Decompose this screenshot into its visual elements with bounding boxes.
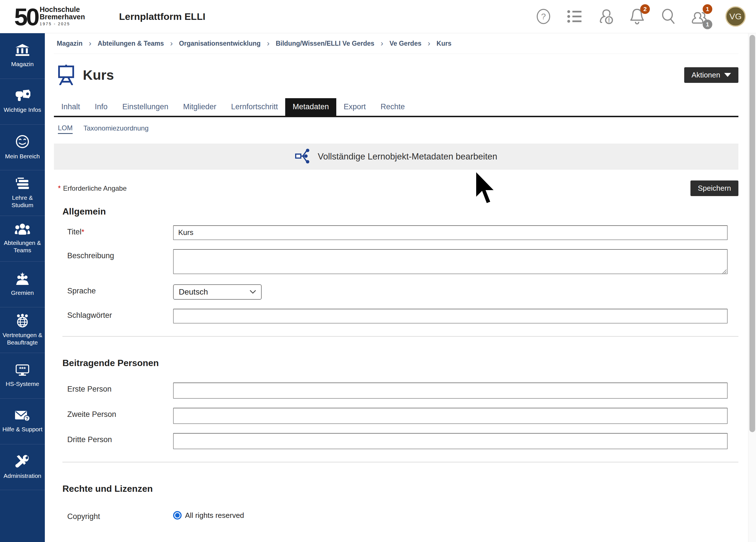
sidebar-item-administration[interactable]: Administration <box>0 444 45 490</box>
section-divider <box>62 336 738 337</box>
help-icon[interactable]: ? <box>535 8 552 25</box>
main-content: Magazin › Abteilungen & Teams › Organisa… <box>45 33 756 542</box>
contacts-badge-top: 1 <box>703 4 712 14</box>
speichern-button[interactable]: Speichern <box>690 180 738 196</box>
schlagwoerter-input[interactable] <box>173 309 728 323</box>
erste-person-input[interactable] <box>173 383 728 399</box>
tab-metadaten[interactable]: Metadaten <box>285 98 336 116</box>
sidebar-item-vertretungen[interactable]: Vertretungen & Beauftragte <box>0 307 45 353</box>
contacts-badge-bottom: 1 <box>703 20 712 29</box>
breadcrumb-item[interactable]: Kurs <box>436 40 451 47</box>
user-status-icon[interactable]: ! <box>598 8 614 25</box>
breadcrumb-separator: › <box>170 39 173 48</box>
zweite-person-label: Zweite Person <box>54 408 173 424</box>
logo-line1: Hochschule <box>40 6 85 13</box>
sidebar-item-label: Hilfe & Support <box>2 426 42 433</box>
tools-icon <box>15 455 30 469</box>
tab-einstellungen[interactable]: Einstellungen <box>115 98 176 116</box>
sidebar-item-label: Lehre & Studium <box>1 194 44 209</box>
breadcrumb-item[interactable]: Ve Gerdes <box>389 40 421 47</box>
breadcrumb-separator: › <box>89 39 91 48</box>
subtab-lom[interactable]: LOM <box>58 124 73 134</box>
schlagwoerter-label: Schlagwörter <box>54 309 173 323</box>
university-logo[interactable]: 50 Hochschule Bremerhaven 1975 - 2025 <box>14 6 85 28</box>
copyright-radio[interactable] <box>173 511 182 520</box>
zweite-person-input[interactable] <box>173 408 728 424</box>
sidebar-item-hs-systeme[interactable]: *** HS-Systeme <box>0 353 45 399</box>
tab-bar: Inhalt Info Einstellungen Mitglieder Ler… <box>54 98 738 117</box>
sprache-select[interactable]: Deutsch <box>173 284 262 300</box>
required-asterisk: * <box>81 228 84 236</box>
breadcrumb-item[interactable]: Magazin <box>57 40 83 47</box>
tab-lernfortschritt[interactable]: Lernfortschritt <box>224 98 285 116</box>
breadcrumb-separator: › <box>381 39 383 48</box>
monitor-icon: *** <box>15 364 30 377</box>
sprache-label: Sprache <box>54 284 173 300</box>
edit-full-metadata-banner[interactable]: Vollständige Lernobjekt-Metadaten bearbe… <box>54 144 738 170</box>
tab-inhalt[interactable]: Inhalt <box>54 98 87 116</box>
sidebar-item-label: Administration <box>3 472 41 480</box>
beschreibung-label: Beschreibung <box>54 249 173 275</box>
beschreibung-textarea[interactable] <box>173 249 728 274</box>
notifications-bell-icon[interactable]: 2 <box>629 8 645 25</box>
sidebar-item-abteilungen-teams[interactable]: Abteilungen & Teams <box>0 216 45 262</box>
books-icon <box>15 177 30 191</box>
sidebar-item-label: Magazin <box>11 60 33 68</box>
section-heading-allgemein: Allgemein <box>54 206 738 217</box>
share-node-icon <box>295 148 310 165</box>
breadcrumb-separator: › <box>428 39 430 48</box>
copyright-label: Copyright <box>54 510 173 521</box>
sidebar-item-gremien[interactable]: Gremien <box>0 262 45 307</box>
svg-text:!: ! <box>608 17 610 24</box>
copyright-radio-label: All rights reserved <box>185 511 244 520</box>
sidebar-item-label: Gremien <box>11 289 34 297</box>
breadcrumb-separator: › <box>267 39 269 48</box>
people-hand-icon <box>14 272 30 286</box>
chevron-down-icon <box>724 73 731 77</box>
breadcrumb-item[interactable]: Abteilungen & Teams <box>98 40 164 47</box>
aktionen-button[interactable]: Aktionen <box>684 67 738 83</box>
sidebar-item-wichtige-infos[interactable]: Wichtige Infos <box>0 79 45 125</box>
sidebar-item-label: HS-Systeme <box>6 380 39 388</box>
search-icon[interactable] <box>660 8 677 25</box>
tab-mitglieder[interactable]: Mitglieder <box>176 98 224 116</box>
banner-label: Vollständige Lernobjekt-Metadaten bearbe… <box>318 152 497 162</box>
sidebar-item-lehre-studium[interactable]: Lehre & Studium <box>0 170 45 216</box>
dritte-person-input[interactable] <box>173 433 728 449</box>
svg-text:?: ? <box>541 12 546 21</box>
sidebar-item-hilfe-support[interactable]: ? Hilfe & Support <box>0 399 45 444</box>
svg-text:?: ? <box>26 416 28 421</box>
bank-icon <box>15 44 30 58</box>
speichern-button-label: Speichern <box>698 184 731 193</box>
breadcrumb: Magazin › Abteilungen & Teams › Organisa… <box>54 33 738 54</box>
logo-line2: Bremerhaven <box>40 13 85 20</box>
tab-rechte[interactable]: Rechte <box>373 98 412 116</box>
sidebar-item-magazin[interactable]: Magazin <box>0 33 45 79</box>
breadcrumb-item[interactable]: Organisationsentwicklung <box>179 40 261 47</box>
people-group-icon <box>14 223 30 236</box>
megaphone-icon <box>14 90 30 103</box>
scrollbar-thumb[interactable] <box>749 35 755 432</box>
sidebar-item-mein-bereich[interactable]: Mein Bereich <box>0 125 45 170</box>
section-heading-beitragende: Beitragende Personen <box>54 358 738 368</box>
section-divider <box>62 462 738 463</box>
sidebar-item-label: Wichtige Infos <box>4 106 41 114</box>
tab-info[interactable]: Info <box>87 98 115 116</box>
svg-text:***: *** <box>19 366 26 372</box>
logo-50-text: 50 <box>14 7 38 27</box>
section-heading-rechte: Rechte und Lizenzen <box>54 484 738 494</box>
page-title: Kurs <box>83 67 114 83</box>
aktionen-button-label: Aktionen <box>692 71 720 79</box>
list-icon[interactable] <box>566 8 583 25</box>
titel-input[interactable] <box>173 225 728 240</box>
sidebar-empty-area <box>0 490 45 542</box>
vertical-scrollbar[interactable] <box>748 33 756 542</box>
avatar[interactable]: VG <box>725 6 746 27</box>
chevron-down-icon <box>250 290 256 294</box>
contacts-icon[interactable]: 1 1 <box>691 8 708 25</box>
sidebar-item-label: Abteilungen & Teams <box>1 239 44 254</box>
subtab-taxonomiezuordnung[interactable]: Taxonomiezuordnung <box>83 124 149 133</box>
breadcrumb-item[interactable]: Bildung/Wissen/ELLI Ve Gerdes <box>276 40 374 47</box>
tab-export[interactable]: Export <box>336 98 373 116</box>
dritte-person-label: Dritte Person <box>54 433 173 449</box>
